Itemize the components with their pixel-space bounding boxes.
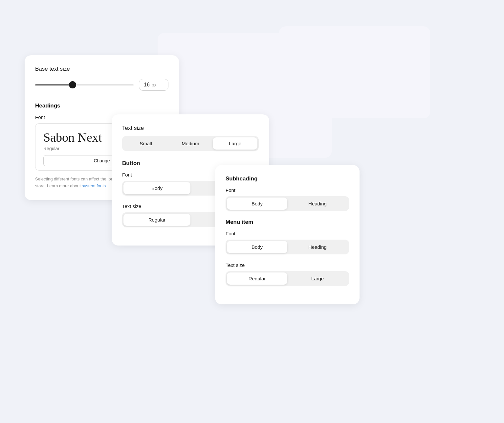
button-text-regular[interactable]: Regular	[123, 214, 190, 226]
slider-track	[35, 84, 134, 85]
slider-thumb	[69, 81, 76, 88]
px-input-box[interactable]: 16 px	[139, 79, 168, 91]
size-large[interactable]: Large	[213, 137, 257, 150]
subheading-font-toggle: Body Heading	[226, 196, 349, 211]
subheading-font-label: Font	[226, 187, 349, 193]
menu-item-font-body[interactable]: Body	[227, 241, 287, 253]
headings-section-title: Headings	[35, 103, 168, 109]
text-size-slider[interactable]	[35, 82, 134, 88]
menu-item-text-size-toggle: Regular Large	[226, 271, 349, 286]
menu-item-font-heading[interactable]: Heading	[287, 241, 348, 253]
bg-card-2	[279, 26, 430, 118]
system-fonts-link[interactable]: system fonts.	[82, 183, 107, 188]
base-text-size-title: Base text size	[35, 66, 168, 72]
button-font-body[interactable]: Body	[123, 182, 190, 194]
menu-item-font-toggle: Body Heading	[226, 240, 349, 254]
text-size-label: Text size	[122, 125, 259, 131]
px-unit: px	[152, 82, 157, 87]
menu-item-title: Menu item	[226, 219, 349, 225]
text-size-toggle-group: Small Medium Large	[122, 136, 259, 151]
size-medium[interactable]: Medium	[168, 137, 213, 150]
menu-item-text-large[interactable]: Large	[287, 272, 348, 285]
menu-item-text-regular[interactable]: Regular	[227, 272, 287, 285]
slider-row: 16 px	[35, 79, 168, 91]
subheading-title: Subheading	[226, 176, 349, 182]
menu-item-text-size-label: Text size	[226, 262, 349, 268]
subheading-font-body[interactable]: Body	[227, 198, 287, 210]
subheading-font-heading[interactable]: Heading	[287, 198, 348, 210]
size-small[interactable]: Small	[123, 137, 168, 150]
menu-item-font-label: Font	[226, 231, 349, 236]
px-value: 16	[144, 82, 150, 88]
subheading-menu-card: Subheading Font Body Heading Menu item F…	[215, 165, 360, 304]
